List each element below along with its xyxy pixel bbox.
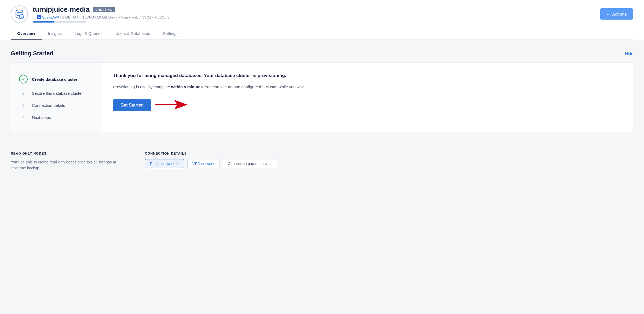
content-body-1: Provisioning is usually complete [113, 85, 171, 89]
header-row: ? turnipjuice-media CREATING in W [11, 0, 633, 25]
svg-marker-5 [155, 100, 188, 109]
chevron-down-icon: ⌄ [269, 162, 272, 166]
step-num-3: 3 [19, 103, 28, 108]
server-name: turnipjuice-media [33, 5, 90, 14]
content-body: Provisioning is usually complete within … [113, 83, 622, 90]
tab-overview[interactable]: Overview [11, 28, 42, 40]
connection-details: CONNECTION DETAILS Public network ✓ VPC … [145, 152, 633, 174]
tab-users-databases[interactable]: Users & Databases [109, 28, 156, 40]
steps-panel: ✓ Create database cluster 2 Secure this … [11, 63, 102, 132]
step-label-4: Next steps [32, 115, 51, 120]
svg-text:W: W [38, 16, 40, 19]
content-heading: Thank you for using managed databases. Y… [113, 72, 622, 79]
bottom-section: READ ONLY NODES You'll be able to create… [0, 142, 644, 183]
step-label-2: Secure this database cluster [32, 91, 83, 96]
chevron-down-icon: ⌄ [606, 12, 610, 16]
vpc-network-label: VPC network [192, 162, 214, 166]
conn-tab-vpc[interactable]: VPC network [187, 159, 219, 168]
header-left: ? turnipjuice-media CREATING in W [11, 5, 169, 23]
progress-fill [33, 21, 54, 23]
content-panel: Thank you for using managed databases. Y… [102, 63, 633, 132]
status-badge: CREATING [93, 7, 115, 12]
conn-tabs-row: Public network ✓ VPC network Connection … [145, 159, 633, 168]
check-icon: ✓ [176, 162, 179, 166]
wp-icon: W [37, 15, 41, 19]
main-content: Getting Started Hide ✓ Create database c… [0, 40, 644, 142]
subtitle-link[interactable]: SpinupWP [42, 15, 59, 19]
connection-details-title: CONNECTION DETAILS [145, 152, 633, 155]
conn-tab-public[interactable]: Public network ✓ [145, 159, 184, 168]
actions-button[interactable]: ⌄ Actions [600, 8, 633, 20]
step-num-4: 4 [19, 115, 28, 120]
read-only-nodes-title: READ ONLY NODES [11, 152, 123, 155]
step-item-3: 3 Connection details [19, 99, 94, 111]
tab-logs-queries[interactable]: Logs & Queries [68, 28, 109, 40]
getting-started-card: ✓ Create database cluster 2 Secure this … [11, 62, 633, 132]
progress-track [33, 21, 86, 23]
step-item-2: 2 Secure this database cluster [19, 87, 94, 99]
actions-label: Actions [612, 12, 627, 16]
subtitle-prefix: in [33, 15, 36, 19]
tabs-nav: Overview Insights Logs & Queries Users &… [11, 28, 633, 40]
content-body-bold: within 5 minutes. [171, 85, 204, 89]
conn-params-button[interactable]: Connection parameters ⌄ [223, 159, 277, 168]
step-item-4: 4 Next steps [19, 111, 94, 123]
getting-started-title: Getting Started [11, 50, 53, 57]
db-icon: ? [11, 5, 28, 23]
tab-settings[interactable]: Settings [156, 28, 184, 40]
get-started-button[interactable]: Get Started [113, 99, 151, 111]
arrow-container: Get Started [113, 99, 188, 112]
progress-bar-row [33, 19, 169, 23]
top-bar: ? turnipjuice-media CREATING in W [0, 0, 644, 40]
read-only-nodes: READ ONLY NODES You'll be able to create… [11, 152, 123, 174]
tab-insights[interactable]: Insights [42, 28, 68, 40]
header-title-block: turnipjuice-media CREATING in W SpinupWP… [33, 5, 169, 23]
step-num-2: 2 [19, 91, 28, 96]
header-subtitle: in W SpinupWP / 1 GB RAM / 1vCPU / 10 GB… [33, 15, 169, 19]
public-network-label: Public network [150, 162, 174, 166]
conn-params-label: Connection parameters [228, 162, 267, 166]
read-only-nodes-body: You'll be able to create read-only nodes… [11, 159, 123, 171]
step-label-1: Create database cluster [32, 77, 77, 82]
svg-point-0 [16, 10, 23, 13]
header-title-line: turnipjuice-media CREATING [33, 5, 169, 14]
getting-started-header: Getting Started Hide [11, 50, 633, 57]
svg-text:?: ? [21, 15, 22, 18]
step-check-icon: ✓ [19, 75, 28, 83]
red-arrow-icon [155, 99, 188, 112]
content-body-2: You can secure and configure the cluster… [204, 85, 305, 89]
hide-link[interactable]: Hide [625, 51, 633, 56]
step-item-1: ✓ Create database cluster [19, 71, 94, 87]
subtitle-specs: / 1 GB RAM / 1vCPU / 10 GB Disk / Primar… [60, 15, 169, 19]
step-label-3: Connection details [32, 103, 65, 108]
